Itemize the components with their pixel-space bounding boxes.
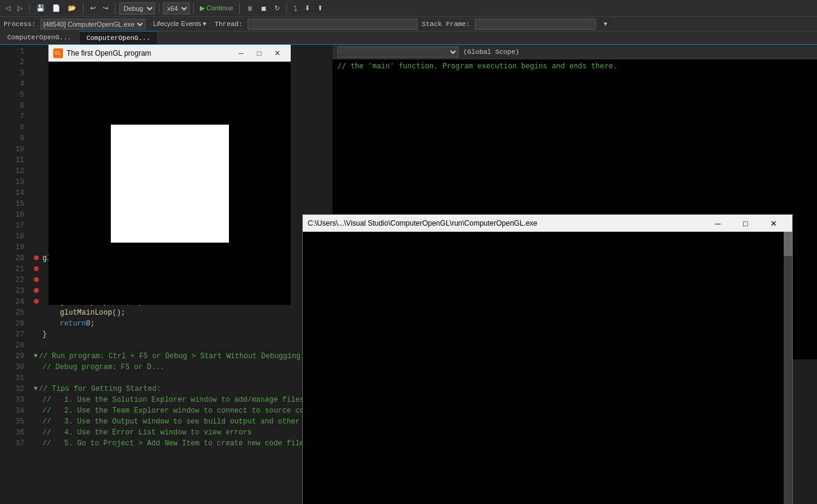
line-num-12: 12 [0, 166, 24, 177]
context-dropdown[interactable] [337, 47, 458, 57]
tab-2[interactable]: ComputerOpenG... [79, 31, 159, 44]
continue-button[interactable]: ▶ Continue [197, 4, 236, 12]
collapse-29[interactable]: ▼ [34, 351, 38, 362]
line-num-19: 19 [0, 242, 24, 253]
console-content [303, 232, 792, 504]
line-num-24: 24 [0, 296, 24, 307]
line-num-33: 33 [0, 394, 24, 405]
breakpoint-24 [34, 299, 39, 304]
pause-btn[interactable]: ⏸ [243, 4, 256, 13]
debug-mode-select[interactable]: Debug [119, 2, 155, 15]
forward-btn[interactable]: ▷ [15, 4, 25, 13]
step-out-btn[interactable]: ⬆ [314, 4, 326, 13]
line-num-31: 31 [0, 373, 24, 384]
line-num-8: 8 [0, 122, 24, 133]
toolbar: ◁ ▷ 💾 📄 📂 ↩ ↪ Debug x64 ▶ Continue ⏸ ⏹ ↻… [0, 0, 817, 17]
line-num-29: 29 [0, 351, 24, 362]
line-num-36: 36 [0, 427, 24, 438]
line-36-marker [34, 427, 41, 438]
opengl-maximize-btn[interactable]: □ [251, 47, 268, 60]
stop-btn[interactable]: ⏹ [257, 4, 270, 13]
line-27-marker [34, 329, 41, 340]
line-30-marker [34, 362, 41, 373]
step-over-btn[interactable]: ⤵ [291, 4, 300, 13]
line-35-marker [34, 416, 41, 427]
redo-btn[interactable]: ↪ [100, 4, 111, 13]
tab-bar: ComputerOpenG... ComputerOpenG... [0, 31, 817, 45]
comment-line1: // the 'main' function. Program executio… [337, 62, 617, 70]
toolbar-left: ◁ ▷ 💾 📄 📂 ↩ ↪ Debug x64 ▶ Continue ⏸ ⏹ ↻… [2, 2, 326, 15]
console-title: C:\Users\...\Visual Studio\ComputerOpenG… [308, 219, 704, 227]
line-num-1: 1 [0, 46, 24, 57]
process-bar: Process: [48540] ComputerOpenGL.exe Life… [0, 17, 817, 31]
line-num-11: 11 [0, 155, 24, 166]
opengl-minimize-btn[interactable]: ─ [233, 47, 250, 60]
console-scrollbar-thumb[interactable] [784, 232, 792, 256]
process-label: Process: [4, 21, 36, 28]
line-num-25: 25 [0, 307, 24, 318]
opengl-title: The first OpenGL program [67, 49, 233, 57]
console-maximize-btn[interactable]: □ [732, 215, 759, 232]
sep2 [83, 3, 84, 14]
collapse-32[interactable]: ▼ [34, 384, 38, 394]
sep4 [159, 3, 159, 14]
step-into-btn[interactable]: ⬇ [302, 4, 313, 13]
console-minimize-btn[interactable]: ─ [704, 215, 732, 232]
opengl-titlebar: GL The first OpenGL program ─ □ ✕ [48, 45, 291, 62]
line-22-marker [34, 275, 41, 286]
line-num-37: 37 [0, 438, 24, 449]
breakpoint-21 [34, 266, 39, 271]
line-num-26: 26 [0, 318, 24, 329]
console-window: C:\Users\...\Visual Studio\ComputerOpenG… [302, 214, 793, 504]
breakpoint-20 [34, 255, 39, 260]
line-num-3: 3 [0, 68, 24, 79]
lifecycle-events-btn[interactable]: Lifecycle Events ▾ [150, 19, 210, 28]
line-num-27: 27 [0, 329, 24, 340]
line-num-4: 4 [0, 79, 24, 90]
opengl-window-controls: ─ □ ✕ [233, 47, 286, 60]
breakpoint-22 [34, 277, 39, 282]
line-num-17: 17 [0, 220, 24, 231]
new-btn[interactable]: 📄 [49, 4, 64, 13]
line-num-7: 7 [0, 111, 24, 122]
back-btn[interactable]: ◁ [2, 4, 13, 13]
tab-1[interactable]: ComputerOpenG... [0, 31, 79, 44]
line-20-marker [34, 253, 41, 264]
stack-frame-input[interactable] [475, 19, 596, 30]
line-num-34: 34 [0, 405, 24, 416]
line-num-9: 9 [0, 133, 24, 144]
right-panel-header: (Global Scope) [332, 45, 817, 59]
line-num-30: 30 [0, 362, 24, 373]
opengl-white-rectangle [111, 125, 229, 243]
line-numbers: 1 2 3 4 5 6 7 8 9 10 11 12 13 14 15 16 1… [0, 45, 29, 504]
line-25-marker [34, 307, 41, 318]
line-37-marker [34, 438, 41, 449]
line-num-10: 10 [0, 144, 24, 155]
console-window-controls: ─ □ ✕ [704, 215, 787, 232]
line-num-23: 23 [0, 286, 24, 296]
opengl-close-btn[interactable]: ✕ [269, 47, 286, 60]
line-num-28: 28 [0, 340, 24, 351]
line-num-14: 14 [0, 188, 24, 198]
thread-input[interactable] [248, 19, 417, 30]
breakpoint-23 [34, 288, 39, 293]
stack-frame-label: Stack Frame: [422, 21, 470, 28]
save-btn[interactable]: 💾 [33, 4, 48, 13]
console-close-btn[interactable]: ✕ [759, 215, 787, 232]
line-24-marker [34, 296, 41, 307]
undo-btn[interactable]: ↩ [87, 4, 99, 13]
sep6 [239, 3, 240, 14]
stack-frame-dropdown[interactable]: ▾ [601, 19, 610, 28]
sep7 [286, 3, 287, 14]
line-num-2: 2 [0, 57, 24, 68]
tab-2-label: ComputerOpenG... [87, 34, 151, 42]
console-scrollbar[interactable] [784, 232, 792, 504]
restart-btn[interactable]: ↻ [271, 4, 283, 13]
editor-area: (Global Scope) // the 'main' function. P… [0, 45, 817, 504]
arch-select[interactable]: x64 [163, 2, 190, 15]
process-select[interactable]: [48540] ComputerOpenGL.exe [41, 19, 145, 30]
line-num-13: 13 [0, 177, 24, 188]
line-num-5: 5 [0, 90, 24, 100]
open-btn[interactable]: 📂 [65, 4, 79, 13]
tab-1-label: ComputerOpenG... [7, 34, 71, 41]
